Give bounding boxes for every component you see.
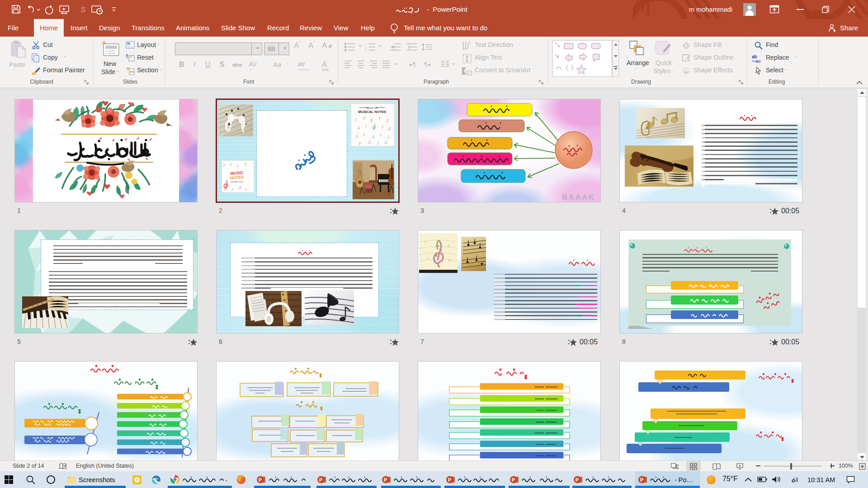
svg-text:PACK OF: PACK OF — [366, 107, 378, 109]
svg-text:♫: ♫ — [387, 134, 390, 139]
svg-text:P: P — [384, 477, 387, 483]
svg-text:♫: ♫ — [368, 139, 371, 145]
svg-text:♫: ♫ — [229, 161, 233, 166]
svg-text:P: P — [448, 477, 451, 483]
svg-text:♫: ♫ — [384, 139, 387, 145]
svg-text:♪: ♪ — [245, 187, 247, 192]
svg-text:♪: ♪ — [236, 163, 239, 168]
svg-text:♯: ♯ — [370, 117, 373, 123]
svg-text:♫: ♫ — [386, 117, 389, 123]
svg-text:♪: ♪ — [355, 117, 358, 122]
svg-text:P: P — [640, 477, 643, 483]
svg-text:▸¶: ▸¶ — [410, 61, 416, 68]
svg-text:BAAAK: BAAAK — [562, 193, 595, 202]
svg-text:ac: ac — [756, 59, 761, 64]
svg-text:♪: ♪ — [365, 123, 368, 128]
svg-text:♪: ♪ — [231, 187, 233, 192]
svg-text:NOTES: NOTES — [230, 175, 244, 180]
svg-text:♪: ♪ — [426, 256, 428, 260]
svg-text:♪: ♪ — [381, 124, 384, 129]
svg-text:♫: ♫ — [357, 125, 360, 130]
svg-text:♫: ♫ — [238, 185, 242, 190]
svg-text:♪: ♪ — [425, 240, 426, 244]
svg-text:♫: ♫ — [387, 126, 391, 131]
svg-text:♪: ♪ — [363, 131, 366, 136]
svg-text:P: P — [319, 477, 322, 483]
svg-text:MUSICAL NOTES: MUSICAL NOTES — [358, 110, 386, 114]
svg-text:P: P — [576, 477, 579, 483]
svg-text:♫: ♫ — [362, 115, 366, 120]
svg-text:♫: ♫ — [448, 258, 451, 262]
svg-text:P: P — [512, 477, 515, 483]
svg-text:1: 1 — [365, 43, 367, 46]
svg-text:♫: ♫ — [244, 161, 247, 166]
svg-text:♪: ♪ — [359, 140, 361, 145]
svg-text:3: 3 — [365, 49, 367, 52]
svg-text:S: S — [80, 5, 86, 14]
svg-text:♪: ♪ — [379, 132, 382, 137]
svg-text:backgrounds: backgrounds — [231, 180, 244, 183]
svg-text:♪: ♪ — [377, 140, 379, 145]
svg-text:♪: ♪ — [223, 162, 225, 167]
svg-text:♪: ♪ — [378, 115, 381, 120]
svg-text:¶◂: ¶◂ — [424, 61, 430, 68]
svg-text:2: 2 — [365, 46, 367, 49]
svg-text:♫: ♫ — [355, 133, 359, 138]
svg-text:A: A — [468, 41, 471, 45]
svg-text:P: P — [259, 477, 262, 483]
svg-text:♫: ♫ — [371, 134, 375, 139]
svg-text:♫: ♫ — [447, 244, 450, 248]
